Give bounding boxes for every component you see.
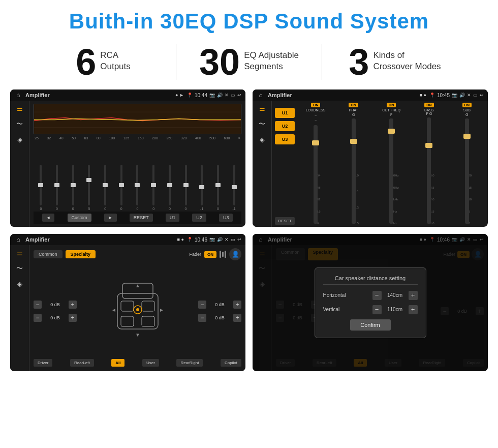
eq-slider-12[interactable]: 0 [211, 165, 226, 211]
fader-label-area: Fader ON 👤 [189, 248, 241, 260]
fader-on-toggle[interactable]: ON [204, 251, 216, 258]
dialog-horizontal-value: 140cm [384, 292, 407, 298]
freq-32: 32 [47, 136, 51, 140]
eq-wave-icon[interactable]: 〜 [16, 120, 23, 129]
distance-dialog: Car speaker distance setting Horizontal … [315, 267, 426, 338]
eq-slider-track-1[interactable] [40, 165, 42, 205]
eq-slider-val-4: 5 [88, 207, 90, 211]
eq-slider-7[interactable]: 0 [130, 165, 145, 211]
bass-slider[interactable] [427, 117, 431, 224]
fader-rearleft-btn[interactable]: RearLeft [70, 359, 94, 367]
fader-driver-btn[interactable]: Driver [34, 359, 52, 367]
eq-u3-btn[interactable]: U3 [219, 214, 233, 222]
eq-slider-track-8[interactable] [152, 165, 154, 205]
eq-slider-track-13[interactable] [233, 165, 235, 205]
eq-vol-icon[interactable]: ◈ [17, 136, 22, 143]
close-icon-3: ✕ [225, 237, 229, 242]
eq-slider-6[interactable]: 0 [114, 165, 129, 211]
home-icon-3[interactable]: ⌂ [14, 235, 22, 244]
loudness-on[interactable]: ON [311, 103, 321, 107]
fader-plus-1[interactable]: + [69, 301, 77, 309]
home-icon-1[interactable]: ⌂ [14, 91, 22, 99]
eq-slider-4[interactable]: 5 [82, 165, 97, 211]
eq-u1-btn[interactable]: U1 [166, 214, 180, 222]
sub-slider[interactable] [465, 118, 469, 224]
cutfreq-slider[interactable] [389, 118, 393, 224]
fader-common-tab[interactable]: Common [34, 250, 63, 258]
fader-level-val-3: 0 dB [208, 302, 231, 307]
fader-tune-icon[interactable]: ⚌ [17, 249, 23, 257]
fader-copilot-btn[interactable]: Copilot [221, 359, 241, 367]
status-bar-3: ⌂ Amplifier ■ ● 📍 10:46 📷 🔊 ✕ ▭ ↩ [10, 234, 245, 245]
fader-minus-2[interactable]: − [34, 314, 42, 322]
sub-on[interactable]: ON [462, 103, 472, 107]
eq-slider-track-9[interactable] [169, 165, 171, 205]
freq-630: 630 [224, 136, 230, 140]
eq-slider-9[interactable]: 0 [163, 165, 177, 211]
time-2: 10:45 [437, 93, 450, 98]
loudness-slider[interactable] [314, 125, 318, 224]
freq-500: 500 [209, 136, 215, 140]
eq-slider-track-6[interactable] [120, 165, 122, 205]
amp-preset-u2[interactable]: U2 [275, 121, 295, 131]
eq-slider-track-4[interactable] [88, 165, 90, 205]
eq-slider-track-2[interactable] [56, 165, 58, 205]
dialog-vertical-minus[interactable]: − [372, 305, 382, 314]
fader-all-btn[interactable]: All [111, 359, 124, 367]
eq-slider-track-10[interactable] [185, 165, 187, 205]
eq-slider-10[interactable]: 0 [178, 165, 193, 211]
eq-slider-13[interactable]: -1 [227, 165, 241, 211]
phat-slider[interactable] [352, 118, 356, 224]
eq-play-btn[interactable]: ► [104, 214, 117, 222]
cutfreq-on[interactable]: ON [387, 103, 396, 107]
eq-tune-icon[interactable]: ⚌ [17, 105, 23, 112]
fader-vol-icon[interactable]: ◈ [17, 280, 22, 288]
bass-on[interactable]: ON [424, 103, 434, 107]
fader-specialty-tab[interactable]: Specialty [66, 250, 96, 258]
svg-text:▼: ▼ [135, 332, 140, 338]
fader-wave-icon[interactable]: 〜 [16, 264, 23, 273]
amp-reset-btn[interactable]: RESET [275, 217, 295, 225]
amp-preset-u3[interactable]: U3 [275, 134, 295, 144]
fader-plus-2[interactable]: + [69, 314, 77, 322]
eq-prev-btn[interactable]: ◄ [42, 214, 55, 222]
freq-arrows[interactable]: » [238, 136, 240, 140]
dialog-horizontal-minus[interactable]: − [372, 291, 382, 300]
eq-reset-btn[interactable]: RESET [130, 214, 153, 222]
fader-minus-3[interactable]: − [198, 301, 206, 309]
eq-slider-track-11[interactable] [201, 165, 203, 205]
eq-u2-btn[interactable]: U2 [192, 214, 206, 222]
home-icon-2[interactable]: ⌂ [257, 91, 265, 99]
fader-minus-1[interactable]: − [34, 301, 42, 309]
confirm-button[interactable]: Confirm [350, 319, 391, 331]
eq-slider-1[interactable]: 0 [34, 165, 48, 211]
fader-rearright-btn[interactable]: RearRight [176, 359, 203, 367]
eq-custom-btn[interactable]: Custom [68, 214, 91, 222]
eq-slider-3[interactable]: 0 [66, 165, 80, 211]
fader-user-icon[interactable]: 👤 [229, 248, 241, 260]
eq-slider-11[interactable]: -1 [195, 165, 209, 211]
fader-plus-3[interactable]: + [233, 301, 241, 309]
dialog-horizontal-label: Horizontal [323, 292, 354, 298]
amp-sidebar: ⚌ 〜 ◈ [253, 101, 272, 227]
amp-vol-icon[interactable]: ◈ [260, 136, 265, 143]
eq-slider-5[interactable]: 0 [98, 165, 113, 211]
amp-preset-u1[interactable]: U1 [275, 108, 295, 118]
eq-slider-track-5[interactable] [104, 165, 106, 205]
fader-user-btn[interactable]: User [142, 359, 159, 367]
fader-level-val-4: 0 dB [208, 315, 231, 320]
eq-slider-track-7[interactable] [136, 165, 138, 205]
amp-wave-icon[interactable]: 〜 [259, 120, 265, 129]
eq-slider-2[interactable]: 0 [50, 165, 65, 211]
fader-plus-4[interactable]: + [233, 314, 241, 322]
dialog-horizontal-plus[interactable]: + [409, 291, 418, 300]
fader-minus-4[interactable]: − [198, 314, 206, 322]
eq-slider-track-3[interactable] [72, 165, 74, 205]
speaker-icon-3: 🔊 [217, 237, 223, 242]
dialog-vertical-plus[interactable]: + [409, 305, 418, 314]
phat-on[interactable]: ON [349, 103, 358, 107]
eq-slider-track-12[interactable] [217, 165, 219, 205]
fader-bottom-nav: Driver RearLeft All User RearRight Copil… [34, 357, 241, 368]
amp-tune-icon[interactable]: ⚌ [259, 105, 265, 112]
eq-slider-8[interactable]: 0 [146, 165, 161, 211]
